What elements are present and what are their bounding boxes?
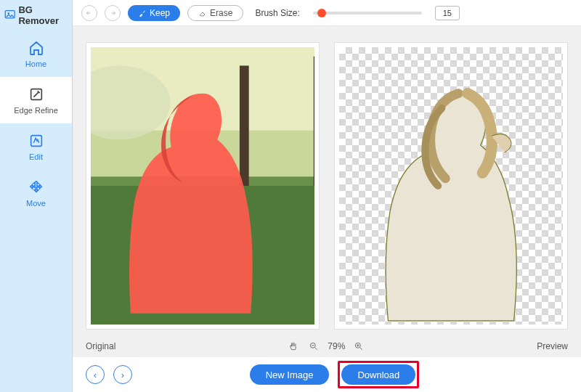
- keep-label: Keep: [150, 8, 170, 18]
- original-label: Original: [86, 341, 115, 351]
- sidebar-item-label: Home: [25, 60, 46, 68]
- sidebar: BG Remover Home Edge Refine Edit Move: [0, 0, 73, 392]
- brush-size-slider[interactable]: [313, 12, 422, 15]
- erase-button[interactable]: Erase: [187, 5, 243, 21]
- edit-icon: [28, 132, 45, 150]
- keep-button[interactable]: Keep: [128, 5, 180, 21]
- move-icon: [28, 179, 45, 196]
- slider-thumb[interactable]: [317, 9, 326, 17]
- prev-button[interactable]: ‹: [86, 365, 105, 384]
- original-canvas[interactable]: [91, 47, 314, 324]
- preview-label: Preview: [537, 341, 568, 351]
- svg-rect-3: [31, 136, 41, 147]
- sidebar-item-edit[interactable]: Edit: [0, 123, 72, 170]
- zoom-in-button[interactable]: [352, 340, 365, 353]
- app-brand: BG Remover: [0, 0, 72, 30]
- status-bar: Original 79% Preview: [73, 335, 581, 357]
- brush-size-label: Brush Size:: [255, 8, 299, 18]
- sidebar-item-edge-refine[interactable]: Edge Refine: [0, 77, 72, 123]
- sidebar-item-home[interactable]: Home: [0, 30, 72, 77]
- app-title: BG Remover: [18, 4, 68, 26]
- sidebar-item-label: Edit: [29, 152, 43, 161]
- bottom-bar: ‹ › New Image Download: [73, 357, 581, 392]
- sidebar-item-label: Move: [26, 199, 46, 208]
- eraser-icon: [198, 9, 207, 17]
- edge-refine-icon: [28, 86, 45, 103]
- original-pane: [86, 42, 320, 330]
- download-highlight: Download: [338, 361, 419, 388]
- home-icon: [28, 39, 45, 57]
- new-image-button[interactable]: New Image: [250, 364, 330, 385]
- zoom-out-button[interactable]: [307, 340, 320, 353]
- preview-pane: [334, 42, 568, 330]
- toolbar: Keep Erase Brush Size: 15: [73, 0, 581, 26]
- brush-size-value[interactable]: 15: [435, 6, 460, 20]
- erase-label: Erase: [210, 8, 232, 18]
- undo-button[interactable]: [81, 5, 97, 21]
- brush-icon: [138, 9, 147, 17]
- next-button[interactable]: ›: [113, 365, 132, 384]
- preview-canvas[interactable]: [339, 47, 563, 324]
- download-button[interactable]: Download: [341, 364, 415, 385]
- workspace: [73, 26, 581, 335]
- redo-button[interactable]: [105, 5, 121, 21]
- sidebar-item-move[interactable]: Move: [0, 170, 72, 216]
- svg-point-1: [8, 12, 10, 15]
- pan-button[interactable]: [287, 340, 300, 353]
- sidebar-item-label: Edge Refine: [14, 106, 58, 115]
- main-area: Keep Erase Brush Size: 15: [73, 0, 581, 392]
- zoom-level: 79%: [328, 341, 345, 351]
- app-logo-icon: [4, 9, 15, 22]
